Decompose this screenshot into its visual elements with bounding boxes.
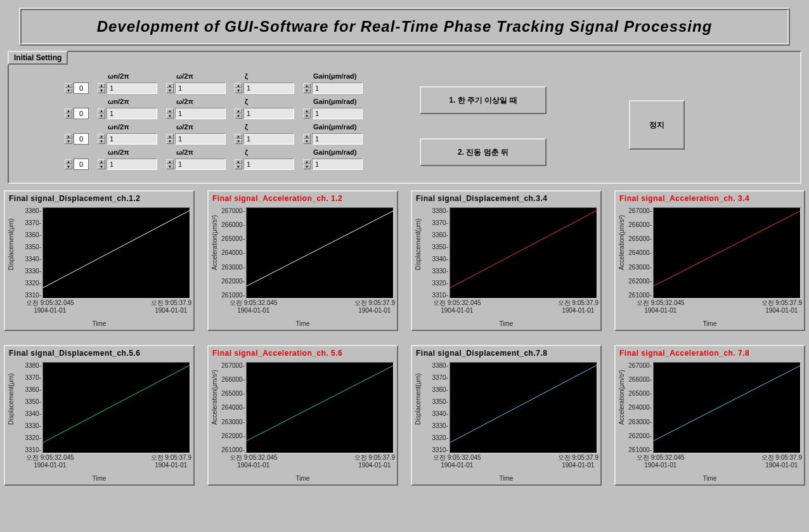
numeric-input[interactable]: 1 (243, 133, 294, 145)
stepper-arrows[interactable]: ▲▼ (65, 108, 72, 119)
arrow-down-icon[interactable]: ▼ (98, 114, 105, 119)
arrow-up-icon[interactable]: ▲ (166, 134, 174, 139)
numeric-input[interactable]: 1 (312, 159, 363, 170)
arrow-up-icon[interactable]: ▲ (166, 159, 174, 164)
stepper-arrows[interactable]: ▲▼ (235, 159, 242, 169)
stepper-arrows[interactable]: ▲▼ (303, 83, 311, 93)
numeric-input[interactable]: 1 (312, 133, 363, 145)
stepper-arrows[interactable]: ▲▼ (235, 134, 242, 144)
arrow-down-icon[interactable]: ▼ (235, 164, 242, 169)
header-gain: Gain(μm/rad) (303, 148, 363, 159)
arrow-down-icon[interactable]: ▼ (166, 139, 174, 144)
arrow-down-icon[interactable]: ▼ (235, 114, 242, 119)
mode-after-stop-button[interactable]: 2. 진동 멈춘 뒤 (420, 138, 547, 166)
arrow-down-icon[interactable]: ▼ (98, 164, 105, 169)
arrow-up-icon[interactable]: ▲ (303, 108, 311, 114)
arrow-up-icon[interactable]: ▲ (303, 159, 311, 164)
ytick: 264000- (219, 249, 245, 256)
numeric-input[interactable]: 1 (312, 108, 363, 119)
stepper-arrows[interactable]: ▲▼ (98, 108, 105, 119)
chart-plot-area[interactable] (246, 207, 394, 299)
arrow-up-icon[interactable]: ▲ (235, 134, 242, 139)
arrow-up-icon[interactable]: ▲ (98, 159, 105, 164)
chart-plot-area[interactable] (450, 362, 597, 453)
numeric-input[interactable]: 0 (74, 82, 89, 94)
stepper-arrows[interactable]: ▲▼ (166, 159, 174, 169)
arrow-up-icon[interactable]: ▲ (303, 83, 311, 88)
arrow-up-icon[interactable]: ▲ (98, 108, 105, 114)
ytick: 263000- (219, 264, 245, 271)
arrow-down-icon[interactable]: ▼ (235, 88, 242, 93)
stepper-arrows[interactable]: ▲▼ (303, 159, 311, 169)
stepper-arrows[interactable]: ▲▼ (166, 108, 174, 119)
arrow-down-icon[interactable]: ▼ (65, 164, 72, 169)
svg-line-3 (654, 211, 800, 286)
stepper-arrows[interactable]: ▲▼ (98, 134, 105, 144)
arrow-up-icon[interactable]: ▲ (303, 134, 311, 139)
chart-plot-area[interactable] (246, 362, 394, 453)
stepper-arrows[interactable]: ▲▼ (65, 134, 72, 144)
arrow-up-icon[interactable]: ▲ (65, 134, 72, 139)
numeric-input[interactable]: 1 (243, 82, 294, 94)
numeric-input[interactable]: 1 (175, 133, 226, 145)
x-axis-label: Time (7, 320, 191, 327)
svg-line-7 (654, 366, 800, 441)
stepper-arrows[interactable]: ▲▼ (166, 134, 174, 144)
stop-button[interactable]: 정지 (629, 100, 685, 150)
arrow-down-icon[interactable]: ▼ (166, 114, 174, 119)
mode-one-period-button[interactable]: 1. 한 주기 이상일 때 (420, 86, 547, 114)
ytick: 3330- (16, 268, 41, 275)
arrow-up-icon[interactable]: ▲ (235, 159, 242, 164)
stepper-arrows[interactable]: ▲▼ (65, 159, 72, 169)
numeric-input[interactable]: 0 (74, 108, 89, 119)
chart-plot-area[interactable] (42, 362, 190, 453)
chart-panel: Final signal_Acceleration_ch. 1.2 Accele… (207, 190, 398, 331)
stepper-arrows[interactable]: ▲▼ (303, 134, 311, 144)
numeric-input[interactable]: 0 (74, 159, 89, 170)
arrow-down-icon[interactable]: ▼ (166, 164, 174, 169)
stepper-arrows[interactable]: ▲▼ (98, 83, 105, 93)
chart-plot-area[interactable] (450, 207, 597, 299)
arrow-up-icon[interactable]: ▲ (98, 134, 105, 139)
numeric-input[interactable]: 1 (175, 108, 226, 119)
arrow-up-icon[interactable]: ▲ (65, 159, 72, 164)
arrow-down-icon[interactable]: ▼ (98, 88, 105, 93)
numeric-input[interactable]: 1 (312, 82, 363, 94)
numeric-input[interactable]: 1 (107, 108, 157, 119)
stepper-arrows[interactable]: ▲▼ (235, 108, 242, 119)
numeric-input[interactable]: 1 (107, 159, 157, 170)
chart-plot-area[interactable] (42, 207, 190, 299)
ytick: 3320- (423, 280, 448, 287)
stepper-arrows[interactable]: ▲▼ (303, 108, 311, 119)
numeric-input[interactable]: 1 (107, 82, 157, 94)
arrow-down-icon[interactable]: ▼ (235, 139, 242, 144)
arrow-up-icon[interactable]: ▲ (65, 83, 72, 88)
arrow-down-icon[interactable]: ▼ (65, 88, 72, 93)
numeric-input[interactable]: 1 (107, 133, 157, 145)
arrow-up-icon[interactable]: ▲ (235, 108, 242, 114)
stepper-arrows[interactable]: ▲▼ (166, 83, 174, 93)
stepper-arrows[interactable]: ▲▼ (235, 83, 242, 93)
numeric-input[interactable]: 1 (175, 82, 226, 94)
arrow-down-icon[interactable]: ▼ (303, 88, 311, 93)
chart-plot-area[interactable] (653, 362, 801, 453)
arrow-down-icon[interactable]: ▼ (166, 88, 174, 93)
arrow-up-icon[interactable]: ▲ (166, 83, 174, 88)
chart-plot-area[interactable] (653, 207, 801, 299)
stepper-arrows[interactable]: ▲▼ (65, 83, 72, 93)
numeric-input[interactable]: 1 (243, 108, 294, 119)
arrow-down-icon[interactable]: ▼ (303, 139, 311, 144)
arrow-down-icon[interactable]: ▼ (98, 139, 105, 144)
numeric-input[interactable]: 1 (175, 159, 226, 170)
numeric-input[interactable]: 1 (243, 159, 294, 170)
arrow-up-icon[interactable]: ▲ (166, 108, 174, 114)
arrow-down-icon[interactable]: ▼ (303, 164, 311, 169)
arrow-down-icon[interactable]: ▼ (303, 114, 311, 119)
stepper-arrows[interactable]: ▲▼ (98, 159, 105, 169)
arrow-up-icon[interactable]: ▲ (235, 83, 242, 88)
arrow-down-icon[interactable]: ▼ (65, 114, 72, 119)
numeric-input[interactable]: 0 (74, 133, 89, 145)
arrow-up-icon[interactable]: ▲ (65, 108, 72, 114)
arrow-down-icon[interactable]: ▼ (65, 139, 72, 144)
arrow-up-icon[interactable]: ▲ (98, 83, 105, 88)
